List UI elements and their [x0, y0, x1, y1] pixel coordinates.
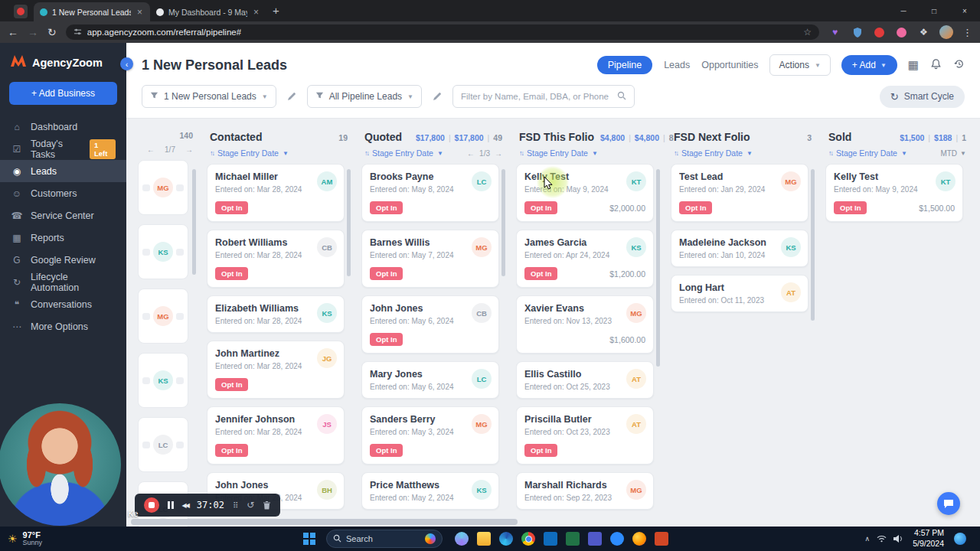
next-page-icon[interactable]: →	[185, 145, 193, 154]
browser-tab[interactable]: 1 New Personal Leads×	[34, 2, 150, 21]
lead-card[interactable]: Xavier EvansEntered on: Nov 13, 2023$1,6…	[516, 295, 654, 354]
teams-icon[interactable]	[588, 532, 602, 546]
tab-close-icon[interactable]: ×	[252, 7, 260, 18]
sort-by-stage-entry-date[interactable]: Stage Entry Date	[372, 148, 433, 158]
sidebar-item-google-review[interactable]: GGoogle Review	[0, 249, 126, 271]
lead-card[interactable]: John MartinezEntered on: Mar 28, 2024Opt…	[207, 341, 345, 399]
lead-card-collapsed[interactable]: MG	[138, 160, 188, 215]
lead-card[interactable]: John JonesEntered on: May 6, 2024Opt InC…	[361, 295, 499, 354]
wifi-icon[interactable]	[877, 532, 887, 546]
column-scrollbar[interactable]	[501, 169, 505, 276]
sidebar-item-customers[interactable]: ☺Customers	[0, 182, 126, 204]
forward-button[interactable]: →	[28, 27, 38, 37]
extension-pink-icon[interactable]	[895, 26, 908, 39]
search-icon[interactable]	[617, 90, 626, 103]
notification-icon[interactable]	[954, 533, 966, 545]
stop-recording-button[interactable]	[144, 497, 159, 513]
firefox-icon[interactable]	[632, 532, 646, 546]
lead-search-input[interactable]	[461, 92, 611, 101]
add-business-button[interactable]: + Add Business	[9, 82, 117, 105]
drag-handle-icon[interactable]: ⠿	[233, 501, 238, 510]
sidebar-item-conversations[interactable]: ❝Conversations	[0, 293, 126, 315]
copilot-icon[interactable]	[455, 532, 469, 546]
lead-card[interactable]: Ellis CastilloEntered on: Oct 25, 2023AT	[516, 361, 654, 399]
delete-recording-icon[interactable]	[263, 500, 271, 510]
lead-card[interactable]: Jennifer JohnsonEntered on: Mar 28, 2024…	[207, 406, 345, 465]
view-pipeline[interactable]: Pipeline	[597, 56, 652, 74]
sidebar-item-service-center[interactable]: ☎Service Center	[0, 204, 126, 227]
weather-widget[interactable]: ☀ 97°FSunny	[0, 530, 129, 547]
extension-heart-icon[interactable]: ♥	[828, 26, 841, 39]
new-tab-button[interactable]: +	[273, 4, 279, 17]
lead-card[interactable]: Brooks PayneEntered on: May 8, 2024Opt I…	[361, 164, 499, 222]
period-select[interactable]: MTD▼	[940, 149, 966, 158]
apps-grid-icon[interactable]: ▦	[908, 58, 919, 72]
pause-recording-button[interactable]	[168, 501, 174, 509]
actions-button[interactable]: Actions ▼	[769, 54, 831, 76]
lead-card[interactable]: Barnes WillisEntered on: May 7, 2024Opt …	[361, 230, 499, 288]
lead-card-collapsed[interactable]: KS	[138, 353, 188, 408]
extension-shield-icon[interactable]	[851, 26, 864, 39]
lead-card[interactable]: Michael MillerEntered on: Mar 28, 2024Op…	[207, 164, 345, 222]
browser-profile-avatar[interactable]	[939, 25, 953, 39]
address-bar[interactable]: app.agencyzoom.com/referral/pipeline# ☆	[66, 24, 819, 40]
extension-record-icon[interactable]	[873, 26, 886, 39]
back-button[interactable]: ←	[8, 27, 18, 37]
chat-widget-button[interactable]	[937, 492, 960, 515]
prev-page-icon[interactable]: ←	[467, 149, 475, 158]
column-scrollbar[interactable]	[192, 169, 196, 275]
lead-card[interactable]: Robert WilliamsEntered on: Mar 28, 2024O…	[207, 230, 345, 288]
sidebar-item-reports[interactable]: ▦Reports	[0, 227, 126, 249]
lead-card[interactable]: Long HartEntered on: Oct 11, 2023AT	[671, 275, 808, 312]
edit-pipeline-button[interactable]	[283, 88, 300, 105]
add-button[interactable]: + Add ▼	[841, 55, 897, 75]
notifications-bell-icon[interactable]	[930, 58, 942, 73]
lead-card[interactable]: Sanders BerryEntered on: May 3, 2024Opt …	[361, 406, 499, 465]
zoom-icon[interactable]	[610, 532, 624, 546]
pipeline-select[interactable]: 1 New Personal Leads ▼	[142, 85, 276, 108]
tab-close-icon[interactable]: ×	[136, 7, 144, 18]
taskbar-clock[interactable]: 4:57 PM 5/9/2024	[910, 528, 947, 549]
extensions-puzzle-icon[interactable]: ❖	[917, 26, 930, 39]
restart-recording-icon[interactable]: ◀◀	[182, 502, 188, 509]
edit-filter-button[interactable]	[429, 88, 446, 105]
lead-card[interactable]: Priscilla ButlerEntered on: Oct 23, 2023…	[516, 406, 654, 465]
sidebar-item-lifecycle-automation[interactable]: ↻Lifecycle Automation	[0, 271, 126, 293]
smart-cycle-button[interactable]: ↻ Smart Cycle	[880, 86, 965, 108]
lead-card[interactable]: Test LeadEntered on: Jan 29, 2024Opt InM…	[671, 164, 808, 222]
browser-tab[interactable]: My Dashboard - 9 May 2024×	[150, 2, 266, 21]
lead-card[interactable]: Madeleine JacksonEntered on: Jan 10, 202…	[671, 230, 808, 267]
tray-overflow-icon[interactable]: ∧	[865, 535, 871, 543]
lead-card[interactable]: Kelly TestEntered on: May 9, 2024Opt In$…	[516, 164, 654, 222]
column-scrollbar[interactable]	[347, 169, 351, 276]
edge-icon[interactable]	[499, 532, 513, 546]
minimize-button[interactable]: ─	[888, 7, 919, 15]
lead-card[interactable]: James GarciaEntered on: Apr 24, 2024Opt …	[516, 230, 654, 288]
sort-by-stage-entry-date[interactable]: Stage Entry Date	[681, 148, 743, 158]
view-leads[interactable]: Leads	[664, 60, 690, 70]
column-scrollbar[interactable]	[811, 169, 815, 321]
sort-by-stage-entry-date[interactable]: Stage Entry Date	[527, 148, 588, 158]
excel-icon[interactable]	[566, 532, 580, 546]
lead-card-collapsed[interactable]: KS	[138, 224, 188, 279]
browser-menu-icon[interactable]: ⋮	[962, 27, 972, 38]
sidebar-collapse-button[interactable]: ‹	[120, 57, 133, 70]
sidebar-item-leads[interactable]: ◉Leads	[0, 160, 126, 182]
lead-card[interactable]: Kelly TestEntered on: May 9, 2024Opt In$…	[825, 164, 963, 222]
volume-icon[interactable]	[893, 532, 903, 546]
horizontal-scrollbar[interactable]	[131, 519, 518, 525]
file-explorer-icon[interactable]	[477, 532, 491, 546]
lead-card[interactable]: Marshall RichardsEntered on: Sep 22, 202…	[516, 472, 654, 510]
lead-card[interactable]: Price MatthewsEntered on: May 2, 2024KS	[361, 472, 499, 510]
sidebar-item-today-s-tasks[interactable]: ☑Today's Tasks1 Left	[0, 138, 126, 160]
lead-card-collapsed[interactable]: LC	[138, 417, 188, 472]
leads-filter-select[interactable]: All Pipeline Leads ▼	[307, 85, 422, 108]
sort-by-stage-entry-date[interactable]: Stage Entry Date	[836, 148, 897, 158]
reload-button[interactable]: ↻	[47, 27, 57, 37]
view-opportunities[interactable]: Opportunities	[701, 60, 758, 70]
sidebar-item-dashboard[interactable]: ⌂Dashboard	[0, 116, 126, 138]
sort-by-stage-entry-date[interactable]: Stage Entry Date	[217, 148, 279, 158]
sidebar-item-more-options[interactable]: ⋯More Options	[0, 315, 126, 337]
history-icon[interactable]	[953, 58, 965, 73]
powerpoint-icon[interactable]	[655, 532, 668, 546]
